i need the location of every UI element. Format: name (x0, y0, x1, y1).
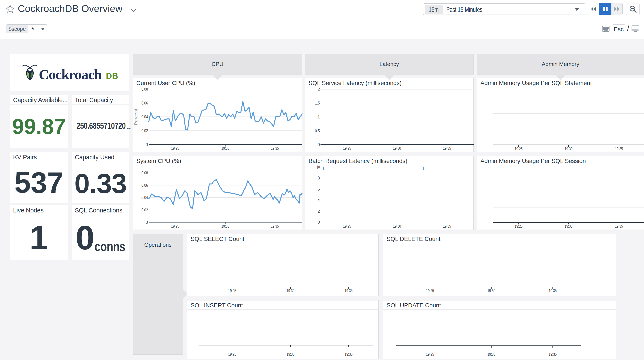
svg-text:2: 2 (318, 209, 320, 214)
svg-text:19:25: 19:25 (171, 224, 179, 229)
svg-text:2: 2 (318, 87, 320, 92)
svg-text:0.04: 0.04 (142, 195, 148, 200)
svg-text:0: 0 (146, 220, 148, 225)
svg-text:0.04: 0.04 (142, 114, 148, 119)
svg-text:19:30: 19:30 (287, 352, 294, 357)
svg-text:19:35: 19:35 (615, 146, 623, 151)
svg-text:19:30: 19:30 (488, 352, 496, 357)
svg-text:19:35: 19:35 (443, 146, 451, 151)
svg-text:19:25: 19:25 (228, 288, 236, 293)
svg-text:19:30: 19:30 (393, 146, 401, 151)
svg-text:0.06: 0.06 (142, 101, 148, 105)
svg-text:0.08: 0.08 (142, 87, 148, 91)
svg-text:19:30: 19:30 (287, 288, 294, 293)
svg-text:19:25: 19:25 (171, 146, 179, 151)
svg-text:19:30: 19:30 (565, 146, 572, 151)
svg-text:0.02: 0.02 (142, 208, 148, 212)
svg-text:10: 10 (317, 165, 320, 169)
svg-text:19:25: 19:25 (426, 352, 434, 357)
svg-text:19:35: 19:35 (271, 146, 279, 151)
svg-text:19:35: 19:35 (549, 288, 557, 293)
svg-text:0: 0 (318, 142, 320, 147)
svg-text:19:25: 19:25 (343, 224, 351, 229)
svg-text:19:30: 19:30 (565, 224, 572, 229)
svg-text:0.5: 0.5 (315, 128, 320, 133)
svg-text:0: 0 (146, 142, 148, 147)
svg-text:19:35: 19:35 (345, 352, 353, 357)
svg-text:1: 1 (318, 115, 320, 119)
svg-text:0.06: 0.06 (142, 183, 148, 188)
svg-text:19:30: 19:30 (393, 224, 401, 229)
svg-text:8: 8 (318, 176, 320, 180)
svg-text:19:30: 19:30 (488, 288, 496, 293)
svg-text:Percent: Percent (134, 109, 138, 125)
svg-text:1.5: 1.5 (315, 101, 320, 105)
svg-text:4: 4 (318, 198, 320, 202)
svg-text:19:30: 19:30 (222, 146, 230, 151)
svg-text:19:35: 19:35 (443, 224, 451, 229)
svg-text:19:35: 19:35 (549, 352, 557, 357)
svg-text:0: 0 (318, 220, 320, 224)
svg-text:19:30: 19:30 (222, 224, 230, 229)
svg-text:19:25: 19:25 (515, 146, 523, 151)
svg-text:19:25: 19:25 (228, 352, 236, 357)
svg-text:19:25: 19:25 (426, 288, 434, 293)
svg-text:19:35: 19:35 (615, 224, 623, 229)
svg-text:19:35: 19:35 (271, 224, 279, 229)
svg-text:19:25: 19:25 (343, 146, 351, 151)
svg-text:6: 6 (318, 187, 320, 191)
svg-text:19:25: 19:25 (515, 224, 523, 229)
svg-text:19:35: 19:35 (345, 288, 353, 293)
svg-text:0.08: 0.08 (142, 170, 148, 175)
svg-text:0.02: 0.02 (142, 128, 148, 133)
